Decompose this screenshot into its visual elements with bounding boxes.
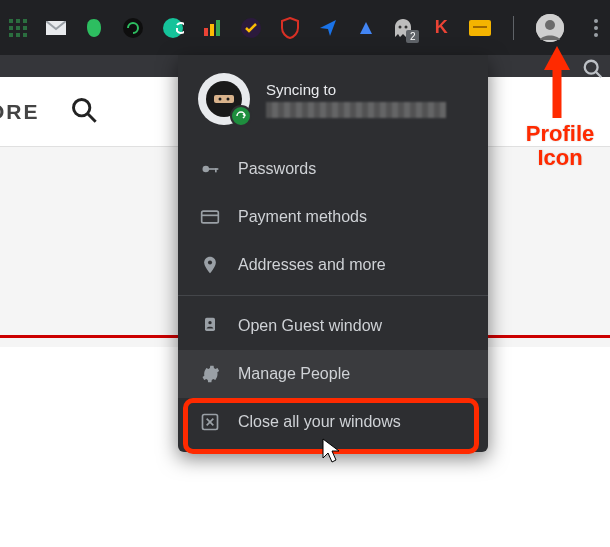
profile-avatar-button[interactable] [536,14,564,42]
svg-rect-14 [216,20,220,36]
svg-point-22 [585,61,598,74]
menu-item-label: Passwords [238,160,316,178]
svg-rect-31 [208,168,218,170]
key-icon [200,159,220,179]
analytics-icon[interactable] [202,17,222,39]
todoist-icon[interactable] [240,17,262,39]
profile-menu-avatar [198,73,250,125]
card-icon[interactable] [469,17,491,39]
toolbar-separator [513,16,514,40]
menu-item-label: Payment methods [238,208,367,226]
nav-tab-partial[interactable]: ORE [0,100,40,124]
circle-arrow-icon[interactable] [122,17,144,39]
svg-rect-33 [202,211,219,223]
svg-point-11 [163,18,183,38]
page-search-icon[interactable] [582,58,604,84]
menu-item-label: Open Guest window [238,317,382,335]
menu-item-label: Manage People [238,365,350,383]
svg-point-21 [545,20,555,30]
app-launcher-icon[interactable] [8,17,28,39]
send-icon[interactable] [318,17,338,39]
sync-badge-icon [230,105,252,127]
close-window-icon [200,412,220,432]
svg-rect-19 [473,26,487,28]
svg-line-23 [596,72,602,78]
k-letter-icon[interactable]: K [431,17,451,39]
credit-card-icon [200,207,220,227]
browser-toolbar: 2 K [0,0,610,55]
svg-point-37 [208,321,211,324]
evernote-icon[interactable] [84,17,104,39]
sync-email-obscured [266,102,446,118]
menu-item-label: Close all your windows [238,413,401,431]
search-icon[interactable] [70,96,98,128]
cursor-icon [322,438,342,468]
menu-item-addresses[interactable]: Addresses and more [178,241,488,289]
gear-icon [200,364,220,384]
svg-rect-4 [16,26,20,30]
svg-rect-0 [9,19,13,23]
menu-item-payment[interactable]: Payment methods [178,193,488,241]
svg-rect-27 [214,95,234,103]
menu-item-manage-people[interactable]: Manage People [178,350,488,398]
badge-count: 2 [406,30,419,43]
svg-rect-2 [23,19,27,23]
gmail-icon[interactable] [46,17,66,39]
speed-icon[interactable] [356,17,376,39]
svg-point-29 [227,98,230,101]
ghost-icon[interactable]: 2 [394,17,414,39]
svg-rect-32 [215,168,217,172]
profile-menu-header: Syncing to [178,55,488,145]
svg-point-10 [123,18,143,38]
shield-icon[interactable] [280,17,300,39]
kebab-menu-icon[interactable] [594,19,598,37]
guest-icon [200,316,220,336]
svg-point-28 [219,98,222,101]
svg-point-17 [405,25,408,28]
menu-item-label: Addresses and more [238,256,386,274]
grammarly-icon[interactable] [162,17,184,39]
svg-line-25 [87,113,95,121]
svg-point-30 [203,166,210,173]
profile-menu: Syncing to Passwords Payment methods Add… [178,55,488,452]
pin-icon [200,255,220,275]
svg-point-16 [399,25,402,28]
svg-point-24 [73,99,89,115]
svg-rect-7 [16,33,20,37]
svg-rect-3 [9,26,13,30]
sync-label: Syncing to [266,81,446,98]
annotation-label: Profile Icon [520,122,600,170]
menu-divider [178,295,488,296]
menu-item-passwords[interactable]: Passwords [178,145,488,193]
svg-rect-12 [204,28,208,36]
menu-item-guest[interactable]: Open Guest window [178,302,488,350]
svg-rect-8 [23,33,27,37]
svg-point-35 [208,260,212,264]
svg-rect-6 [9,33,13,37]
annotation-arrow [542,46,572,122]
svg-rect-5 [23,26,27,30]
svg-rect-1 [16,19,20,23]
svg-rect-13 [210,24,214,36]
